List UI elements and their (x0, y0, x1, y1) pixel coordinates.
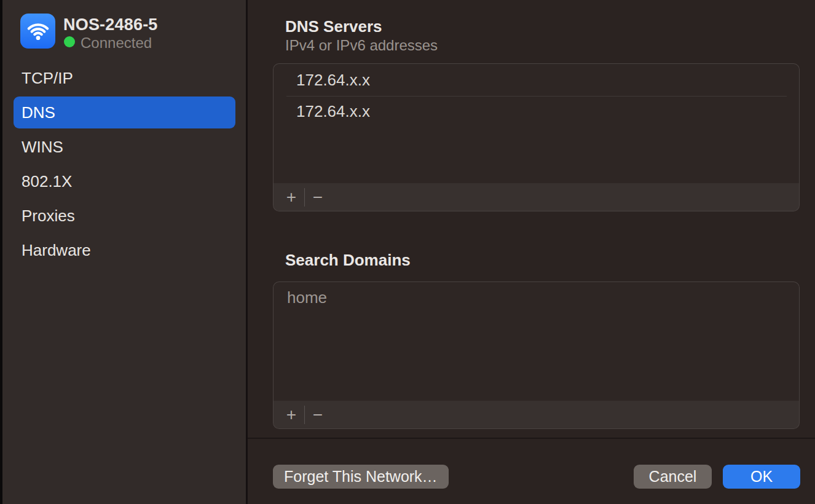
dns-settings-panel: DNS Servers IPv4 or IPv6 addresses 172.6… (248, 0, 815, 504)
search-domains-title: Search Domains (285, 251, 411, 270)
dns-servers-list-toolbar: + − (274, 183, 799, 211)
wifi-icon (20, 14, 55, 49)
minus-icon: − (313, 405, 323, 425)
add-search-domain-button[interactable]: + (278, 401, 304, 428)
connected-status-label: Connected (81, 34, 152, 52)
sidebar-item-wins[interactable]: WINS (14, 131, 235, 163)
ok-button[interactable]: OK (723, 465, 800, 489)
plus-icon: + (286, 187, 296, 207)
forget-network-button[interactable]: Forget This Network… (273, 465, 449, 489)
cancel-button[interactable]: Cancel (634, 465, 712, 489)
search-domains-list-toolbar: + − (274, 401, 799, 428)
sidebar-nav: TCP/IP DNS WINS 802.1X Proxies Hardware (14, 62, 235, 269)
footer-divider (248, 438, 815, 439)
dns-servers-subtitle: IPv4 or IPv6 addresses (285, 37, 438, 54)
add-dns-server-button[interactable]: + (278, 183, 304, 211)
network-name: NOS-2486-5 (63, 15, 158, 34)
dns-servers-title: DNS Servers (285, 17, 382, 36)
minus-icon: − (313, 187, 323, 207)
sidebar-item-dns[interactable]: DNS (14, 96, 235, 128)
sidebar-item-hardware[interactable]: Hardware (14, 234, 235, 266)
search-domain-row[interactable]: home (274, 282, 799, 313)
sidebar-item-tcpip[interactable]: TCP/IP (14, 62, 235, 94)
search-domains-list: home + − (273, 282, 800, 429)
sidebar-item-8021x[interactable]: 802.1X (14, 165, 235, 197)
dns-server-row[interactable]: 172.64.x.x (274, 64, 799, 96)
plus-icon: + (286, 405, 296, 425)
sidebar: NOS-2486-5 Connected TCP/IP DNS WINS 802… (2, 0, 246, 504)
remove-search-domain-button[interactable]: − (305, 401, 331, 428)
remove-dns-server-button[interactable]: − (305, 183, 331, 211)
sidebar-item-proxies[interactable]: Proxies (14, 200, 235, 232)
dns-servers-list: 172.64.x.x 172.64.x.x + − (273, 63, 800, 211)
connected-status-dot (64, 36, 75, 47)
dns-server-row[interactable]: 172.64.x.x (274, 96, 799, 127)
